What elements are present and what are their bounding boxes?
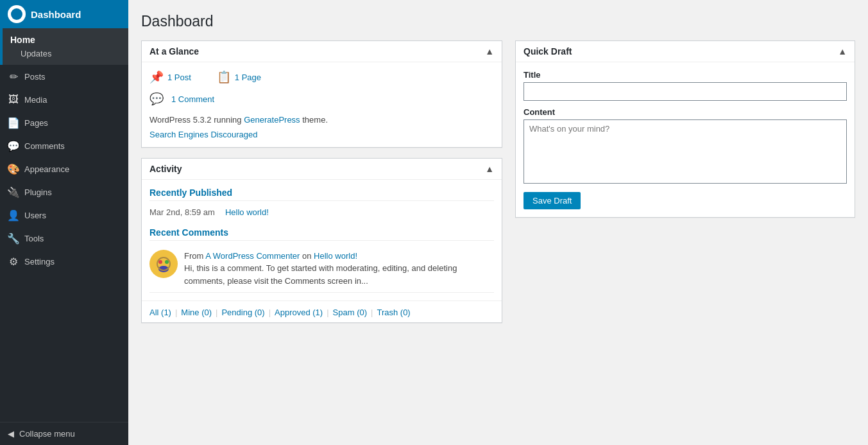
sidebar-label-plugins: Plugins	[24, 188, 52, 197]
quick-draft-header: Quick Draft ▲	[516, 41, 855, 62]
comment-count-link[interactable]: 1 Comment	[171, 94, 214, 104]
tools-icon: 🔧	[8, 232, 19, 244]
content-label: Content	[523, 107, 847, 117]
quick-draft-widget: Quick Draft ▲ Title Content Save Draft	[515, 40, 855, 218]
sidebar-label-pages: Pages	[24, 118, 48, 128]
page-icon: 📋	[217, 70, 231, 84]
sidebar-item-plugins[interactable]: 🔌 Plugins	[0, 180, 128, 204]
search-engines-discouraged-link[interactable]: Search Engines Discouraged	[149, 130, 257, 139]
sep5: |	[371, 308, 373, 317]
sidebar-header: Dashboard	[0, 0, 128, 28]
activity-header: Activity ▲	[142, 159, 502, 180]
plugins-icon: 🔌	[8, 186, 19, 198]
activity-post-link[interactable]: Hello world!	[225, 207, 269, 217]
collapse-label: Collapse menu	[19, 429, 75, 439]
sidebar-item-users[interactable]: 👤 Users	[0, 204, 128, 227]
page-count-link[interactable]: 1 Page	[235, 73, 261, 82]
sidebar-header-title: Dashboard	[31, 9, 81, 20]
sep2: |	[216, 308, 217, 317]
sidebar-label-posts: Posts	[24, 72, 46, 82]
at-a-glance-header: At a Glance ▲	[142, 41, 502, 62]
wp-logo	[8, 5, 26, 23]
at-a-glance-toggle[interactable]: ▲	[485, 46, 494, 57]
on-text: on	[302, 251, 311, 261]
from-text: From	[184, 251, 203, 261]
sidebar-item-media[interactable]: 🖼 Media	[0, 88, 128, 111]
svg-point-2	[165, 260, 169, 264]
theme-link[interactable]: GeneratePress	[244, 115, 300, 125]
comment-filter-spam[interactable]: Spam (0)	[333, 308, 367, 317]
quick-draft-title-input[interactable]	[523, 82, 847, 101]
sidebar-home-section: Home Updates	[0, 28, 128, 65]
sidebar-item-posts[interactable]: ✏ Posts	[0, 65, 128, 88]
sidebar-updates-link[interactable]: Updates	[3, 48, 128, 65]
comment-filter-approved[interactable]: Approved (1)	[275, 308, 323, 317]
sidebar-collapse-button[interactable]: ◀ Collapse menu	[0, 422, 128, 445]
quick-draft-content-textarea[interactable]	[523, 119, 847, 184]
sep1: |	[175, 308, 177, 317]
activity-widget: Activity ▲ Recently Published Mar 2nd, 8…	[141, 158, 502, 324]
appearance-icon: 🎨	[8, 163, 19, 175]
at-a-glance-body: 📌 1 Post 📋 1 Page 💬 1 Comment WordPr	[142, 62, 502, 147]
at-a-glance-title: At a Glance	[149, 46, 199, 57]
pages-icon: 📄	[8, 117, 19, 128]
svg-point-1	[158, 260, 162, 264]
activity-post-date: Mar 2nd, 8:59 am	[149, 207, 215, 217]
post-icon: 📌	[149, 70, 164, 84]
sidebar-item-comments[interactable]: 💬 Comments	[0, 134, 128, 157]
right-column: Quick Draft ▲ Title Content Save Draft	[515, 40, 855, 218]
save-draft-button[interactable]: Save Draft	[523, 192, 581, 209]
page-title: Dashboard	[141, 13, 855, 30]
comment-row: From A WordPress Commenter on Hello worl…	[149, 245, 494, 293]
sidebar: Dashboard Home Updates ✏ Posts 🖼 Media 📄…	[0, 0, 128, 445]
sidebar-item-tools[interactable]: 🔧 Tools	[0, 227, 128, 250]
sidebar-label-comments: Comments	[24, 141, 65, 151]
avatar-svg	[151, 252, 176, 276]
comment-avatar	[149, 250, 178, 278]
posts-icon: ✏	[8, 71, 19, 82]
sidebar-label-tools: Tools	[24, 234, 44, 243]
collapse-icon: ◀	[8, 429, 14, 439]
sidebar-item-pages[interactable]: 📄 Pages	[0, 111, 128, 134]
settings-icon: ⚙	[8, 256, 19, 267]
comment-stat: 💬 1 Comment	[149, 92, 494, 106]
page-stat: 📋 1 Page	[217, 70, 261, 84]
comment-filter-trash[interactable]: Trash (0)	[377, 308, 410, 317]
quick-draft-toggle[interactable]: ▲	[838, 46, 847, 57]
svg-point-0	[151, 252, 176, 276]
recent-comments-title: Recent Comments	[149, 227, 494, 241]
comment-author-link[interactable]: A WordPress Commenter	[205, 251, 300, 261]
post-count-link[interactable]: 1 Post	[167, 73, 191, 82]
comment-body: Hi, this is a comment. To get started wi…	[184, 262, 494, 287]
post-stat: 📌 1 Post	[149, 70, 191, 84]
comment-filter-all[interactable]: All (1)	[149, 308, 171, 317]
comment-content: From A WordPress Commenter on Hello worl…	[184, 250, 494, 288]
sidebar-label-settings: Settings	[24, 257, 55, 266]
activity-post-row: Mar 2nd, 8:59 am Hello world!	[149, 205, 494, 220]
quick-draft-title: Quick Draft	[523, 46, 572, 57]
sep4: |	[327, 308, 328, 317]
sidebar-item-settings[interactable]: ⚙ Settings	[0, 250, 128, 273]
comment-filter-mine[interactable]: Mine (0)	[181, 308, 212, 317]
activity-body: Recently Published Mar 2nd, 8:59 am Hell…	[142, 180, 502, 301]
search-engines-discouraged-container: Search Engines Discouraged	[149, 130, 494, 139]
comment-filter-pending[interactable]: Pending (0)	[221, 308, 264, 317]
comment-from: From A WordPress Commenter on Hello worl…	[184, 250, 494, 263]
at-a-glance-widget: At a Glance ▲ 📌 1 Post 📋 1 Page	[141, 40, 502, 148]
sidebar-nav: ✏ Posts 🖼 Media 📄 Pages 💬 Comments 🎨 App…	[0, 65, 128, 273]
sidebar-home-link[interactable]: Home	[3, 28, 128, 48]
main-content: Dashboard At a Glance ▲ 📌 1 Post	[128, 0, 868, 445]
activity-title: Activity	[149, 164, 182, 174]
recently-published-title: Recently Published	[149, 188, 494, 201]
left-column: At a Glance ▲ 📌 1 Post 📋 1 Page	[141, 40, 502, 323]
quick-draft-body: Title Content Save Draft	[516, 62, 855, 217]
theme-suffix: theme.	[302, 115, 328, 125]
sidebar-item-appearance[interactable]: 🎨 Appearance	[0, 157, 128, 180]
dashboard-grid: At a Glance ▲ 📌 1 Post 📋 1 Page	[141, 40, 855, 323]
users-icon: 👤	[8, 209, 19, 221]
wp-version-text: WordPress 5.3.2 running	[149, 115, 242, 125]
activity-toggle[interactable]: ▲	[485, 164, 494, 174]
comments-icon: 💬	[8, 140, 19, 152]
comment-post-link[interactable]: Hello world!	[314, 251, 357, 261]
sidebar-label-media: Media	[24, 95, 47, 105]
